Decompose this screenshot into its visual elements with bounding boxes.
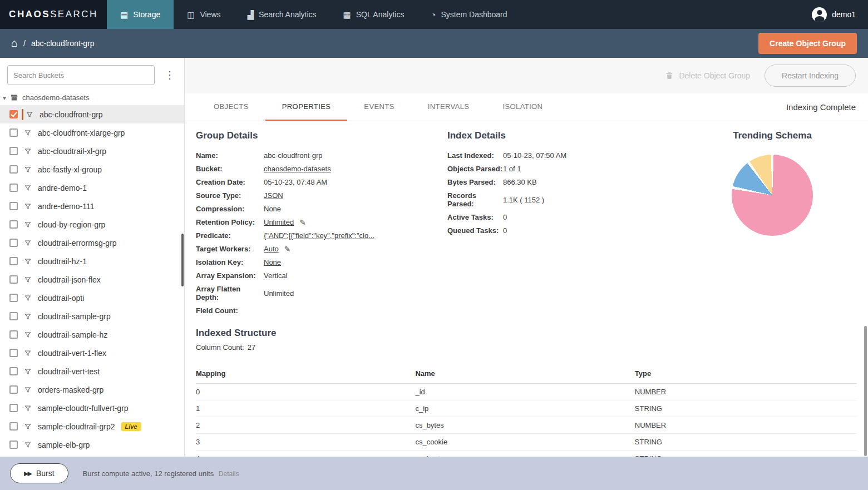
bucket-checkbox[interactable] — [9, 404, 18, 412]
bucket-tree-header[interactable]: ▾ chaosdemo-datasets — [0, 92, 184, 105]
bucket-checkbox[interactable] — [9, 165, 18, 174]
bucket-checkbox[interactable] — [9, 239, 18, 247]
bucket-checkbox[interactable] — [9, 184, 18, 192]
search-buckets-input[interactable] — [7, 65, 155, 85]
bucket-checkbox[interactable] — [9, 367, 18, 375]
detail-value[interactable]: JSON — [264, 191, 283, 200]
nav-item-views[interactable]: ◫ Views — [174, 0, 234, 29]
bucket-item-label: orders-masked-grp — [38, 385, 103, 394]
detail-row: Array Flatten Depth: Unlimited — [196, 285, 447, 301]
detail-value[interactable]: Auto — [264, 245, 279, 253]
main-scrollbar[interactable] — [864, 326, 867, 456]
properties-content: Group Details Name: abc-cloudfront-grp B… — [185, 121, 868, 457]
bucket-item[interactable]: cloudtrail-errormsg-grp — [0, 234, 184, 252]
bucket-item[interactable]: andre-demo-111 — [0, 197, 184, 215]
restart-indexing-button[interactable]: Restart Indexing — [765, 65, 856, 87]
bucket-item[interactable]: cloudtrail-opti — [0, 289, 184, 307]
edit-pencil-icon[interactable]: ✎ — [284, 245, 291, 253]
detail-value: 1 of 1 — [503, 165, 521, 173]
top-nav: CHAOSSEARCH ▤ Storage ◫ Views ▟ Search A… — [0, 0, 868, 29]
bucket-item[interactable]: sample-cloudtrail-grp2 Live — [0, 417, 184, 435]
bucket-item-label: andre-demo-111 — [38, 202, 94, 211]
delete-object-group-button[interactable]: Delete Object Group — [665, 71, 750, 80]
bucket-item-label: cloudtrail-sample-hz — [38, 330, 107, 339]
search-row: ⋮ — [0, 58, 184, 92]
bucket-checkbox[interactable] — [9, 349, 18, 357]
sidebar-scrollbar[interactable] — [181, 234, 184, 286]
bucket-checkbox[interactable] — [9, 385, 18, 394]
home-icon[interactable]: ⌂ — [11, 37, 18, 48]
bucket-item[interactable]: sample-cloudtr-fullvert-grp — [0, 399, 184, 417]
bucket-checkbox[interactable] — [9, 275, 18, 284]
detail-value[interactable]: chaosdemo-datasets — [264, 165, 331, 173]
detail-value[interactable]: None — [264, 258, 281, 266]
bucket-item-label: cloudtrail-errormsg-grp — [38, 239, 117, 248]
tab-isolation[interactable]: ISOLATION — [486, 93, 559, 121]
burst-details-link[interactable]: Details — [219, 470, 239, 478]
tab-objects[interactable]: OBJECTS — [197, 93, 265, 121]
detail-row: Active Tasks: 0 — [447, 213, 688, 221]
bucket-checkbox[interactable] — [9, 312, 18, 320]
create-object-group-button[interactable]: Create Object Group — [758, 33, 857, 54]
bucket-checkbox[interactable] — [9, 147, 18, 155]
tab-properties[interactable]: PROPERTIES — [265, 93, 348, 121]
bucket-checkbox[interactable] — [9, 202, 18, 210]
tabs: OBJECTSPROPERTIESEVENTSINTERVALSISOLATIO… — [197, 93, 559, 121]
bucket-item[interactable]: abc-cloudfront-grp — [0, 105, 184, 123]
nav-item-sql-analytics[interactable]: ▦ SQL Analytics — [330, 0, 418, 29]
burst-button-label: Burst — [36, 469, 55, 478]
breadcrumb: abc-cloudfront-grp — [31, 39, 95, 48]
group-details-rows: Name: abc-cloudfront-grp Bucket: chaosde… — [196, 151, 447, 315]
bucket-checkbox[interactable] — [9, 330, 18, 339]
detail-value[interactable]: {"AND":[{"field":"key","prefix":"clo... — [264, 231, 374, 240]
bucket-checkbox[interactable] — [9, 422, 18, 430]
detail-label: Target Workers: — [196, 245, 264, 253]
breadcrumb-separator: / — [23, 39, 26, 48]
bucket-item-label: sample-cloudtrail-grp2 — [38, 422, 115, 431]
bucket-checkbox[interactable] — [9, 257, 18, 265]
bucket-item[interactable]: orders-masked-grp — [0, 380, 184, 399]
user-menu[interactable]: demo1 — [812, 0, 868, 29]
detail-label: Queued Tasks: — [447, 226, 503, 235]
detail-row: Target Workers: Auto ✎ — [196, 245, 447, 253]
table-header-row: MappingNameType — [196, 366, 857, 384]
indexed-structure-table: MappingNameType 0_idNUMBER1c_ipSTRING2cs… — [196, 366, 857, 457]
nav-item-label: Storage — [133, 10, 160, 19]
kebab-menu-icon[interactable]: ⋮ — [162, 69, 177, 81]
bucket-item[interactable]: cloudtrail-vert-1-flex — [0, 344, 184, 362]
burst-button[interactable]: ▶▶ Burst — [10, 463, 68, 483]
edit-pencil-icon[interactable]: ✎ — [299, 219, 306, 226]
page: CHAOSSEARCH ▤ Storage ◫ Views ▟ Search A… — [0, 0, 868, 490]
detail-value[interactable]: Unlimited — [264, 218, 294, 226]
bucket-item[interactable]: cloudtrail-sample-grp — [0, 307, 184, 325]
delete-button-label: Delete Object Group — [679, 71, 750, 80]
caret-down-icon: ▾ — [3, 94, 6, 102]
bucket-checkbox[interactable] — [9, 128, 18, 137]
tab-events[interactable]: EVENTS — [347, 93, 411, 121]
bucket-item-label: cloudtrail-vert-1-flex — [38, 349, 106, 358]
nav-item-system-dashboard[interactable]: ◔ System Dashboard — [417, 0, 520, 29]
bucket-item[interactable]: abc-fastly-xl-group — [0, 160, 184, 179]
bucket-item[interactable]: sample-elb-grp — [0, 435, 184, 454]
bucket-item[interactable]: cloudtrail-hz-1 — [0, 252, 184, 270]
bucket-item[interactable]: abc-cloudfront-xlarge-grp — [0, 123, 184, 142]
bucket-item[interactable]: cloud-by-region-grp — [0, 215, 184, 234]
bucket-item[interactable]: andre-demo-1 — [0, 179, 184, 197]
bucket-item[interactable]: cloudtrail-sample-hz — [0, 325, 184, 344]
bucket-checkbox[interactable] — [9, 220, 18, 229]
column-count: Column Count:27 — [196, 343, 857, 352]
bucket-icon — [10, 93, 18, 102]
filter-funnel-icon — [24, 239, 32, 247]
nav-item-search-analytics[interactable]: ▟ Search Analytics — [234, 0, 330, 29]
index-details-section: Index Details Last Indexed: 05-10-23, 07… — [447, 130, 688, 320]
index-details-rows: Last Indexed: 05-10-23, 07:50 AM Objects… — [447, 151, 688, 235]
bucket-checkbox[interactable] — [9, 110, 18, 118]
bucket-item[interactable]: abc-cloudtrail-xl-grp — [0, 142, 184, 160]
bucket-item[interactable]: cloudtrail-json-flex — [0, 270, 184, 289]
bucket-item[interactable]: cloudtrail-vert-test — [0, 362, 184, 380]
nav-item-storage[interactable]: ▤ Storage — [107, 0, 174, 29]
detail-row: Isolation Key: None — [196, 258, 447, 266]
bucket-checkbox[interactable] — [9, 294, 18, 302]
tab-intervals[interactable]: INTERVALS — [411, 93, 486, 121]
bucket-checkbox[interactable] — [9, 440, 18, 449]
